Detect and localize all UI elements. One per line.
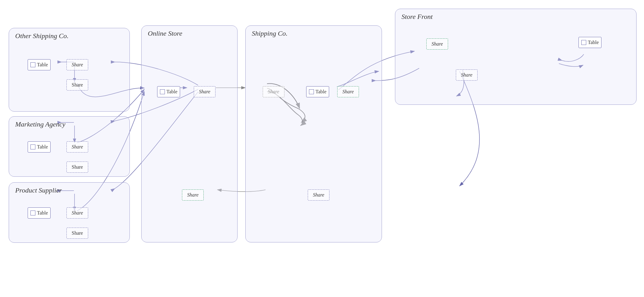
marketing-share2[interactable]: Share — [66, 162, 88, 173]
store-front-share-green[interactable]: Share — [426, 38, 448, 50]
store-front-share-purple[interactable]: Share — [456, 69, 478, 81]
shipping-co-table[interactable]: Table — [306, 86, 329, 97]
online-store-share[interactable]: Share — [194, 86, 215, 97]
shipping-co-share-purple[interactable]: Share — [308, 189, 329, 201]
group-online-store: Online Store Table Share Share — [141, 25, 238, 242]
product-table[interactable]: Table — [28, 207, 51, 219]
group-shipping-co-title: Shipping Co. — [252, 29, 288, 38]
group-store-front-title: Store Front — [401, 13, 433, 21]
group-shipping-co: Shipping Co. Share Table Share Share — [245, 25, 382, 242]
group-product-supplier: Product Supplier Table Share Share — [9, 182, 130, 243]
group-marketing: Marketing Agency Table Share Share — [9, 116, 130, 177]
group-other-shipping-title: Other Shipping Co. — [15, 32, 69, 40]
product-share1[interactable]: Share — [66, 207, 88, 219]
shipping-co-share-gray[interactable]: Share — [263, 86, 284, 97]
other-shipping-share2[interactable]: Share — [66, 79, 88, 91]
online-store-share-green[interactable]: Share — [182, 189, 204, 201]
diagram-container: Share (internal) --> Shipping Co Share (… — [0, 0, 644, 297]
group-online-store-title: Online Store — [148, 29, 182, 38]
group-product-supplier-title: Product Supplier — [15, 186, 62, 194]
group-store-front: Store Front Share Table Share — [395, 9, 637, 105]
other-shipping-share1[interactable]: Share — [66, 59, 88, 70]
shipping-co-share-green[interactable]: Share — [337, 86, 359, 97]
group-other-shipping: Other Shipping Co. Table Share Share — [9, 28, 130, 112]
marketing-share1[interactable]: Share — [66, 141, 88, 153]
product-share2[interactable]: Share — [66, 228, 88, 239]
other-shipping-table[interactable]: Table — [28, 59, 51, 70]
online-store-table[interactable]: Table — [157, 86, 180, 97]
marketing-table[interactable]: Table — [28, 141, 51, 153]
group-marketing-title: Marketing Agency — [15, 120, 65, 128]
store-front-table[interactable]: Table — [578, 37, 601, 48]
